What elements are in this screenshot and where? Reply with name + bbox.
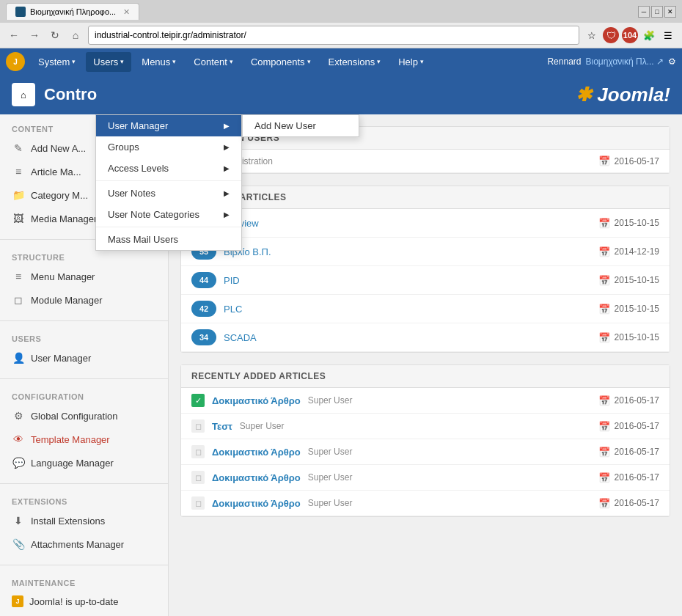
article-link[interactable]: PID (224, 275, 240, 286)
recent-date: 📅 2016-05-17 (598, 421, 659, 432)
dropdown-item-user-manager[interactable]: User Manager ▶ (96, 115, 241, 136)
back-button[interactable]: ← (6, 27, 22, 43)
recent-date: 📅 2016-05-17 (598, 498, 659, 509)
forward-button[interactable]: → (26, 27, 43, 43)
settings-icon[interactable]: ⚙ (668, 56, 676, 67)
user-manager-submenu: Add New User (242, 114, 359, 137)
menu-icon[interactable]: ☰ (660, 27, 676, 43)
dropdown-item-user-notes[interactable]: User Notes ▶ (96, 183, 241, 204)
menu-content[interactable]: Content ▾ (186, 52, 241, 72)
sidebar-section-users: USERS 👤 User Manager (0, 324, 168, 375)
sidebar-section-extensions: EXTENSIONS ⬇ Install Extensions 📎 Attach… (0, 487, 168, 562)
extensions-icon[interactable]: 🧩 (641, 27, 657, 43)
recent-article-link[interactable]: Δοκιμαστικό Άρθρο (212, 498, 301, 509)
calendar-icon: 📅 (598, 218, 610, 229)
sidebar-item-template-manager[interactable]: 👁 Template Manager (0, 428, 168, 451)
mail-icon[interactable]: 104 (622, 27, 638, 43)
recent-article-link[interactable]: Δοκιμαστικό Άρθρο (212, 395, 301, 406)
article-link[interactable]: PLC (224, 304, 242, 315)
home-button[interactable]: ⌂ (67, 27, 84, 43)
submenu-arrow: ▶ (224, 189, 230, 197)
content-area: LOGGED-IN USERS User Administration 📅 20… (169, 114, 682, 616)
window-controls: ─ □ ✕ (638, 6, 676, 18)
article-row: 56 Labview 📅 2015-10-15 (181, 209, 670, 238)
sidebar-item-joomla-uptodate[interactable]: J Joomla! is up-to-date (0, 590, 168, 612)
article-count-badge: 44 (191, 272, 216, 288)
site-link[interactable]: Βιομηχανική Πλ... ↗ (585, 56, 664, 67)
recent-article-row: ◻ Τεστ Super User 📅 2016-05-17 (181, 414, 670, 439)
sidebar-item-global-config[interactable]: ⚙ Global Configuration (0, 404, 168, 428)
calendar-icon: 📅 (598, 447, 610, 458)
dropdown-item-access-levels[interactable]: Access Levels ▶ (96, 158, 241, 179)
menu-menus[interactable]: Menus ▾ (134, 52, 183, 72)
recent-article-link[interactable]: Δοκιμαστικό Άρθρο (212, 472, 301, 483)
menu-users[interactable]: Users ▾ (86, 52, 131, 72)
recent-author: Super User (308, 498, 353, 508)
sidebar-item-module-manager[interactable]: ◻ Module Manager (0, 288, 168, 312)
menu-help[interactable]: Help ▾ (391, 52, 431, 72)
recent-article-row: ✓ Δοκιμαστικό Άρθρο Super User 📅 2016-05… (181, 388, 670, 414)
calendar-icon: 📅 (598, 304, 610, 315)
add-article-icon: ✎ (12, 142, 25, 155)
article-date: 📅 2015-10-15 (598, 275, 659, 286)
mass-mail-label: Mass Mail Users (108, 234, 178, 245)
admin-home-icon[interactable]: ⌂ (12, 83, 35, 106)
calendar-icon: 📅 (598, 498, 610, 509)
address-bar[interactable] (88, 26, 579, 45)
menu-components[interactable]: Components ▾ (243, 52, 318, 72)
browser-tab[interactable]: Βιομηχανική Πληροφο... ✕ (6, 3, 139, 20)
article-row: 34 SCADA 📅 2015-10-15 (181, 323, 670, 352)
article-date: 📅 2015-10-15 (598, 332, 659, 343)
recently-added-body: ✓ Δοκιμαστικό Άρθρο Super User 📅 2016-05… (181, 388, 670, 516)
maximize-button[interactable]: □ (651, 6, 663, 18)
user-note-categories-label: User Note Categories (108, 209, 199, 220)
bookmark-icon[interactable]: ☆ (584, 27, 600, 43)
sidebar-section-title-structure: STRUCTURE (0, 249, 168, 265)
article-row: 44 PID 📅 2015-10-15 (181, 266, 670, 295)
dropdown-item-mass-mail[interactable]: Mass Mail Users (96, 229, 241, 250)
user-date: 📅 2016-05-17 (598, 155, 659, 166)
joomla-menubar: J System ▾ Users ▾ Menus ▾ Content ▾ Com… (0, 48, 682, 75)
dropdown-item-user-note-categories[interactable]: User Note Categories ▶ (96, 204, 241, 225)
draft-icon: ◻ (191, 471, 205, 484)
recent-article-row: ◻ Δοκιμαστικό Άρθρο Super User 📅 2016-05… (181, 465, 670, 491)
browser-nav-right: ☆ 🛡 104 🧩 ☰ (584, 27, 676, 43)
recent-article-link[interactable]: Τεστ (212, 421, 232, 432)
category-manager-icon: 📁 (12, 188, 25, 202)
joomla-logo: ✱ Joomla! (576, 84, 670, 106)
close-window-button[interactable]: ✕ (664, 6, 676, 18)
article-count-badge: 34 (191, 329, 216, 345)
recent-author: Super User (240, 421, 285, 431)
sidebar-section-title-extensions: EXTENSIONS (0, 493, 168, 509)
calendar-icon: 📅 (598, 155, 610, 166)
groups-label: Groups (108, 142, 139, 153)
minimize-button[interactable]: ─ (638, 6, 650, 18)
media-manager-icon: 🖼 (12, 212, 25, 225)
submenu-arrow: ▶ (224, 143, 230, 151)
recent-article-link[interactable]: Δοκιμαστικό Άρθρο (212, 447, 301, 458)
sidebar-section-title-configuration: CONFIGURATION (0, 388, 168, 404)
joomla-favicon: J (6, 52, 25, 71)
access-levels-label: Access Levels (108, 163, 169, 174)
submenu-arrow: ▶ (224, 210, 230, 219)
tab-title: Βιομηχανική Πληροφο... (30, 7, 116, 16)
logged-in-users-body: User Administration 📅 2016-05-17 (181, 150, 670, 173)
sidebar-item-language-manager[interactable]: 💬 Language Manager (0, 451, 168, 474)
dropdown-item-groups[interactable]: Groups ▶ (96, 136, 241, 158)
sidebar-item-install-extensions[interactable]: ⬇ Install Extensions (0, 509, 168, 532)
submenu-item-add-new-user[interactable]: Add New User (243, 115, 359, 136)
tab-close-button[interactable]: ✕ (123, 7, 130, 17)
published-icon: ✓ (191, 394, 205, 407)
sidebar-item-menu-manager[interactable]: ≡ Menu Manager (0, 265, 168, 288)
sidebar-item-user-manager[interactable]: 👤 User Manager (0, 346, 168, 370)
article-date: 📅 2014-12-19 (598, 246, 659, 257)
reload-button[interactable]: ↻ (47, 27, 63, 43)
menu-extensions[interactable]: Extensions ▾ (321, 52, 389, 72)
article-link[interactable]: SCADA (224, 332, 257, 343)
browser-title-bar: Βιομηχανική Πληροφο... ✕ ─ □ ✕ (0, 0, 682, 23)
security-icon[interactable]: 🛡 (603, 27, 619, 43)
menu-system[interactable]: System ▾ (31, 52, 83, 72)
recent-author: Super User (308, 395, 353, 406)
sidebar-item-attachments-manager[interactable]: 📎 Attachments Manager (0, 532, 168, 556)
calendar-icon: 📅 (598, 395, 610, 406)
